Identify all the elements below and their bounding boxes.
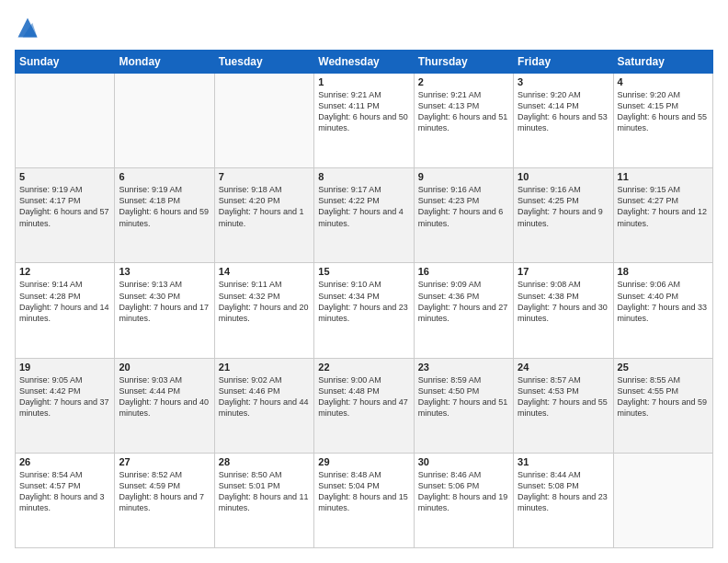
calendar-table: SundayMondayTuesdayWednesdayThursdayFrid… [15, 50, 713, 548]
day-cell: 9Sunrise: 9:16 AM Sunset: 4:23 PM Daylig… [414, 168, 513, 263]
page: SundayMondayTuesdayWednesdayThursdayFrid… [0, 0, 728, 563]
day-info: Sunrise: 8:48 AM Sunset: 5:04 PM Dayligh… [318, 469, 409, 514]
day-info: Sunrise: 9:20 AM Sunset: 4:15 PM Dayligh… [618, 89, 709, 134]
day-number: 13 [119, 266, 210, 277]
day-info: Sunrise: 9:08 AM Sunset: 4:38 PM Dayligh… [518, 279, 609, 324]
day-cell: 20Sunrise: 9:03 AM Sunset: 4:44 PM Dayli… [115, 358, 214, 453]
day-cell: 11Sunrise: 9:15 AM Sunset: 4:27 PM Dayli… [613, 168, 712, 263]
day-cell: 15Sunrise: 9:10 AM Sunset: 4:34 PM Dayli… [314, 263, 414, 358]
weekday-header-saturday: Saturday [613, 51, 712, 74]
day-cell: 24Sunrise: 8:57 AM Sunset: 4:53 PM Dayli… [514, 358, 613, 453]
calendar-header: SundayMondayTuesdayWednesdayThursdayFrid… [16, 51, 713, 74]
day-info: Sunrise: 9:20 AM Sunset: 4:14 PM Dayligh… [518, 89, 609, 134]
day-info: Sunrise: 9:02 AM Sunset: 4:46 PM Dayligh… [219, 374, 310, 419]
day-cell: 21Sunrise: 9:02 AM Sunset: 4:46 PM Dayli… [214, 358, 313, 453]
day-info: Sunrise: 8:59 AM Sunset: 4:50 PM Dayligh… [418, 374, 509, 419]
day-number: 19 [19, 362, 110, 373]
day-info: Sunrise: 9:17 AM Sunset: 4:22 PM Dayligh… [318, 184, 409, 229]
day-number: 20 [119, 362, 210, 373]
day-cell: 3Sunrise: 9:20 AM Sunset: 4:14 PM Daylig… [514, 74, 613, 168]
day-cell: 4Sunrise: 9:20 AM Sunset: 4:15 PM Daylig… [613, 74, 712, 168]
week-row-3: 19Sunrise: 9:05 AM Sunset: 4:42 PM Dayli… [16, 358, 713, 453]
day-number: 25 [618, 362, 709, 373]
day-number: 3 [518, 76, 609, 87]
day-number: 21 [219, 362, 310, 373]
day-number: 5 [19, 171, 110, 182]
day-info: Sunrise: 9:14 AM Sunset: 4:28 PM Dayligh… [19, 279, 110, 324]
day-info: Sunrise: 9:19 AM Sunset: 4:17 PM Dayligh… [19, 184, 110, 229]
day-info: Sunrise: 8:54 AM Sunset: 4:57 PM Dayligh… [19, 469, 110, 514]
day-number: 11 [618, 171, 709, 182]
day-info: Sunrise: 9:19 AM Sunset: 4:18 PM Dayligh… [119, 184, 210, 229]
day-info: Sunrise: 9:15 AM Sunset: 4:27 PM Dayligh… [618, 184, 709, 229]
day-info: Sunrise: 9:13 AM Sunset: 4:30 PM Dayligh… [119, 279, 210, 324]
day-number: 27 [119, 456, 210, 467]
weekday-row: SundayMondayTuesdayWednesdayThursdayFrid… [16, 51, 713, 74]
weekday-header-thursday: Thursday [414, 51, 513, 74]
day-number: 29 [318, 456, 409, 467]
day-number: 15 [318, 266, 409, 277]
day-cell: 2Sunrise: 9:21 AM Sunset: 4:13 PM Daylig… [414, 74, 513, 168]
day-number: 28 [219, 456, 310, 467]
day-cell: 6Sunrise: 9:19 AM Sunset: 4:18 PM Daylig… [115, 168, 214, 263]
day-number: 9 [418, 171, 509, 182]
day-number: 12 [19, 266, 110, 277]
day-number: 6 [119, 171, 210, 182]
day-number: 26 [19, 456, 110, 467]
day-cell: 31Sunrise: 8:44 AM Sunset: 5:08 PM Dayli… [514, 453, 613, 547]
day-number: 30 [418, 456, 509, 467]
day-cell: 29Sunrise: 8:48 AM Sunset: 5:04 PM Dayli… [314, 453, 414, 547]
weekday-header-friday: Friday [514, 51, 613, 74]
day-number: 2 [418, 76, 509, 87]
week-row-2: 12Sunrise: 9:14 AM Sunset: 4:28 PM Dayli… [16, 263, 713, 358]
day-cell [115, 74, 214, 168]
day-info: Sunrise: 9:09 AM Sunset: 4:36 PM Dayligh… [418, 279, 509, 324]
day-info: Sunrise: 8:52 AM Sunset: 4:59 PM Dayligh… [119, 469, 210, 514]
day-info: Sunrise: 9:06 AM Sunset: 4:40 PM Dayligh… [618, 279, 709, 324]
day-cell: 13Sunrise: 9:13 AM Sunset: 4:30 PM Dayli… [115, 263, 214, 358]
day-number: 24 [518, 362, 609, 373]
day-cell: 16Sunrise: 9:09 AM Sunset: 4:36 PM Dayli… [414, 263, 513, 358]
day-info: Sunrise: 9:11 AM Sunset: 4:32 PM Dayligh… [219, 279, 310, 324]
week-row-0: 1Sunrise: 9:21 AM Sunset: 4:11 PM Daylig… [16, 74, 713, 168]
day-number: 18 [618, 266, 709, 277]
weekday-header-sunday: Sunday [16, 51, 115, 74]
day-number: 7 [219, 171, 310, 182]
day-cell: 30Sunrise: 8:46 AM Sunset: 5:06 PM Dayli… [414, 453, 513, 547]
day-info: Sunrise: 9:16 AM Sunset: 4:23 PM Dayligh… [418, 184, 509, 229]
day-cell: 12Sunrise: 9:14 AM Sunset: 4:28 PM Dayli… [16, 263, 115, 358]
day-cell: 28Sunrise: 8:50 AM Sunset: 5:01 PM Dayli… [214, 453, 313, 547]
day-cell: 14Sunrise: 9:11 AM Sunset: 4:32 PM Dayli… [214, 263, 313, 358]
day-number: 4 [618, 76, 709, 87]
weekday-header-tuesday: Tuesday [214, 51, 313, 74]
weekday-header-wednesday: Wednesday [314, 51, 414, 74]
day-cell: 1Sunrise: 9:21 AM Sunset: 4:11 PM Daylig… [314, 74, 414, 168]
day-info: Sunrise: 8:46 AM Sunset: 5:06 PM Dayligh… [418, 469, 509, 514]
day-cell: 7Sunrise: 9:18 AM Sunset: 4:20 PM Daylig… [214, 168, 313, 263]
day-info: Sunrise: 8:55 AM Sunset: 4:55 PM Dayligh… [618, 374, 709, 419]
day-number: 17 [518, 266, 609, 277]
day-info: Sunrise: 9:03 AM Sunset: 4:44 PM Dayligh… [119, 374, 210, 419]
day-cell [613, 453, 712, 547]
day-number: 1 [318, 76, 409, 87]
day-info: Sunrise: 8:50 AM Sunset: 5:01 PM Dayligh… [219, 469, 310, 514]
day-cell: 17Sunrise: 9:08 AM Sunset: 4:38 PM Dayli… [514, 263, 613, 358]
week-row-4: 26Sunrise: 8:54 AM Sunset: 4:57 PM Dayli… [16, 453, 713, 547]
day-cell: 22Sunrise: 9:00 AM Sunset: 4:48 PM Dayli… [314, 358, 414, 453]
day-info: Sunrise: 8:44 AM Sunset: 5:08 PM Dayligh… [518, 469, 609, 514]
calendar-body: 1Sunrise: 9:21 AM Sunset: 4:11 PM Daylig… [16, 74, 713, 548]
day-cell: 10Sunrise: 9:16 AM Sunset: 4:25 PM Dayli… [514, 168, 613, 263]
day-cell: 5Sunrise: 9:19 AM Sunset: 4:17 PM Daylig… [16, 168, 115, 263]
week-row-1: 5Sunrise: 9:19 AM Sunset: 4:17 PM Daylig… [16, 168, 713, 263]
day-cell: 18Sunrise: 9:06 AM Sunset: 4:40 PM Dayli… [613, 263, 712, 358]
day-cell [16, 74, 115, 168]
logo [15, 15, 44, 40]
day-cell [214, 74, 313, 168]
day-info: Sunrise: 9:00 AM Sunset: 4:48 PM Dayligh… [318, 374, 409, 419]
day-cell: 25Sunrise: 8:55 AM Sunset: 4:55 PM Dayli… [613, 358, 712, 453]
day-number: 8 [318, 171, 409, 182]
day-cell: 19Sunrise: 9:05 AM Sunset: 4:42 PM Dayli… [16, 358, 115, 453]
day-number: 31 [518, 456, 609, 467]
day-cell: 8Sunrise: 9:17 AM Sunset: 4:22 PM Daylig… [314, 168, 414, 263]
logo-icon [15, 15, 40, 40]
